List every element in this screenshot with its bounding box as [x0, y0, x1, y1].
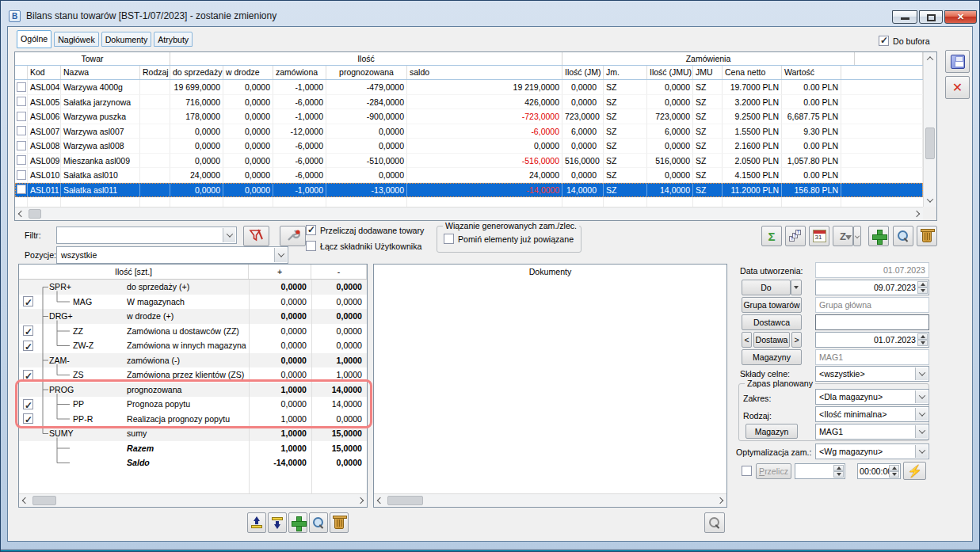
row-checkbox[interactable]: [17, 185, 26, 194]
tree-row-DRG+[interactable]: DRG+w drodze (+)0,00000,0000: [19, 309, 367, 324]
scroll-right-button[interactable]: [354, 494, 367, 507]
lacz-skladniki-checkbox[interactable]: Łącz składniki Użytkownika: [306, 241, 421, 251]
magazyn-button[interactable]: Magazyn: [745, 424, 798, 439]
filter-combobox[interactable]: [56, 227, 237, 244]
row-checkbox[interactable]: [17, 126, 26, 135]
row-checkbox[interactable]: [17, 141, 26, 150]
table-row-ASL005[interactable]: ASL005Sałatka jarzynowa716,00000,0000-6,…: [15, 95, 923, 110]
dostawa-next-button[interactable]: >: [791, 332, 802, 348]
import-button[interactable]: [268, 512, 287, 533]
col-header-prognozowana[interactable]: prognozowana: [326, 66, 407, 79]
scroll-right-button[interactable]: [910, 207, 923, 220]
dropdown-button[interactable]: [915, 367, 928, 380]
maximize-button[interactable]: [919, 10, 943, 24]
przelicz-time-field[interactable]: 00:00:00: [857, 463, 901, 479]
dostawca-button[interactable]: Dostawca: [742, 314, 802, 330]
col-header-nazwa[interactable]: Nazwa: [61, 66, 140, 79]
search-document-button[interactable]: [704, 512, 725, 533]
grid-hscrollbar[interactable]: [15, 207, 923, 220]
tree-row-ZZ[interactable]: ZZZamówiona u dostawców (ZZ)0,00000,0000: [19, 324, 367, 339]
hierarchy-button[interactable]: TTT: [785, 226, 806, 246]
filter-edit-button[interactable]: [243, 226, 269, 246]
do-bufora-checkbox[interactable]: Do bufora: [879, 36, 930, 46]
row-checkbox[interactable]: [17, 82, 26, 92]
grid-hscroll-thumb[interactable]: [29, 209, 41, 219]
tab-ogólne[interactable]: Ogólne: [17, 30, 51, 48]
table-row-ASL009[interactable]: ASL009Mieszanka asl0090,00000,0000-6,000…: [15, 154, 923, 169]
tree-row-checkbox[interactable]: [23, 296, 33, 306]
delete-position-button[interactable]: [330, 512, 349, 533]
col-header-do-sprzeda-y[interactable]: do sprzedaży: [170, 66, 223, 79]
dostawa-date-spinner[interactable]: [917, 333, 928, 346]
rodzaj-combobox[interactable]: <Ilość minimalna>: [815, 406, 929, 422]
tree-hscroll-thumb[interactable]: [32, 496, 56, 505]
col-header-jmu[interactable]: JMU: [693, 66, 723, 79]
docs-hscrollbar[interactable]: [374, 493, 726, 507]
row-checkbox[interactable]: [17, 155, 26, 165]
optymalizacja-combobox[interactable]: <Wg magazynu>: [815, 444, 929, 459]
search-position-button[interactable]: [309, 512, 328, 533]
generate-orders-button[interactable]: Z: [833, 226, 853, 246]
table-row-ASL004[interactable]: ASL004Warzywa 4000g19 699,00000,0000-1,0…: [15, 80, 923, 95]
col-header-w-drodze[interactable]: w drodze: [223, 66, 273, 79]
dropdown-button[interactable]: [915, 425, 928, 438]
scroll-left-button[interactable]: [374, 494, 387, 507]
minimize-button[interactable]: [892, 10, 917, 24]
row-checkbox[interactable]: [17, 170, 26, 180]
tree-row-razem[interactable]: Razem1,000015,0000: [19, 441, 367, 456]
magazyny-button[interactable]: Magazyny: [742, 349, 802, 365]
search-item-button[interactable]: [893, 226, 913, 246]
tab-atrybuty[interactable]: Atrybuty: [154, 32, 193, 47]
add-item-button[interactable]: [868, 226, 889, 246]
col-header-rodzaj[interactable]: Rodzaj: [140, 66, 170, 79]
do-button[interactable]: Do: [742, 280, 791, 295]
table-row-ASL011[interactable]: ASL011Sałatka asl0110,00000,0000-1,0000-…: [15, 183, 923, 198]
close-button[interactable]: ✕: [944, 10, 977, 24]
calendar-button[interactable]: [809, 226, 829, 246]
zakres-combobox[interactable]: <Dla magazynu>: [815, 389, 929, 405]
tree-hscrollbar[interactable]: [19, 493, 367, 507]
col-header-kod[interactable]: Kod: [28, 66, 61, 79]
tree-row-MAG[interactable]: MAGW magazynach0,00000,0000: [19, 295, 367, 310]
przelicz-count-field[interactable]: [795, 463, 845, 479]
scroll-right-button[interactable]: [714, 494, 726, 507]
dostawca-field[interactable]: [815, 314, 929, 330]
przelicz-now-button[interactable]: ⚡: [903, 462, 926, 480]
dropdown-button[interactable]: [915, 445, 928, 458]
dostawa-button[interactable]: Dostawa: [753, 332, 790, 348]
docs-hscroll-thumb[interactable]: [387, 496, 423, 505]
pomin-elementy-checkbox[interactable]: Pomiń elementy już powiązane: [444, 234, 574, 244]
row-checkbox[interactable]: [17, 112, 26, 121]
table-row-ASL006[interactable]: ASL006Warzywa puszka178,00000,0000-1,000…: [15, 109, 923, 124]
do-date-field[interactable]: 09.07.2023: [815, 280, 929, 295]
przeliczaj-checkbox[interactable]: Przeliczaj dodawane towary: [306, 225, 424, 235]
save-button[interactable]: [945, 50, 970, 73]
scroll-left-button[interactable]: [15, 207, 28, 220]
col-header-ilo-jmu-[interactable]: Ilość (JMU): [647, 66, 693, 79]
tree-row-saldo[interactable]: Saldo-14,00000,0000: [19, 455, 367, 470]
tree-row-checkbox[interactable]: [23, 370, 33, 380]
row-checkbox[interactable]: [17, 97, 26, 106]
col-header-warto-[interactable]: Wartość: [782, 66, 841, 79]
col-header-ilo-jm-[interactable]: Ilość (JM): [562, 66, 604, 79]
scroll-left-button[interactable]: [19, 494, 32, 507]
sum-button[interactable]: Σ: [761, 226, 782, 246]
tree-row-SPR+[interactable]: SPR+do sprzedaży (+)0,00000,0000: [19, 280, 367, 295]
tree-row-ZAM-[interactable]: ZAM-zamówiona (-)0,00001,0000: [19, 353, 367, 368]
delete-item-button[interactable]: [917, 226, 937, 246]
col-header-saldo[interactable]: saldo: [407, 66, 562, 79]
do-date-spinner[interactable]: [917, 281, 928, 294]
tab-nagłówek[interactable]: Nagłówek: [54, 32, 99, 47]
filter-settings-button[interactable]: [280, 226, 306, 246]
tree-row-ZW-Z[interactable]: ZW-ZZamówiona w innych magazyna0,00000,0…: [19, 338, 367, 353]
col-header-jm-[interactable]: Jm.: [604, 66, 647, 79]
magazyn-combobox[interactable]: MAG1: [815, 424, 929, 440]
add-position-button[interactable]: [288, 512, 307, 533]
pozycje-dropdown-button[interactable]: [274, 248, 287, 262]
table-row-ASL008[interactable]: ASL008Warzywa asl0080,00000,0000-6,00000…: [15, 139, 923, 154]
pozycje-combobox[interactable]: wszystkie: [56, 246, 288, 264]
grid-column-header[interactable]: KodNazwaRodzajdo sprzedażyw drodzezamówi…: [15, 66, 923, 80]
grid-vscrollbar[interactable]: [923, 52, 936, 207]
col-header-cena-netto[interactable]: Cena netto: [723, 66, 782, 79]
filter-dropdown-button[interactable]: [223, 228, 235, 242]
